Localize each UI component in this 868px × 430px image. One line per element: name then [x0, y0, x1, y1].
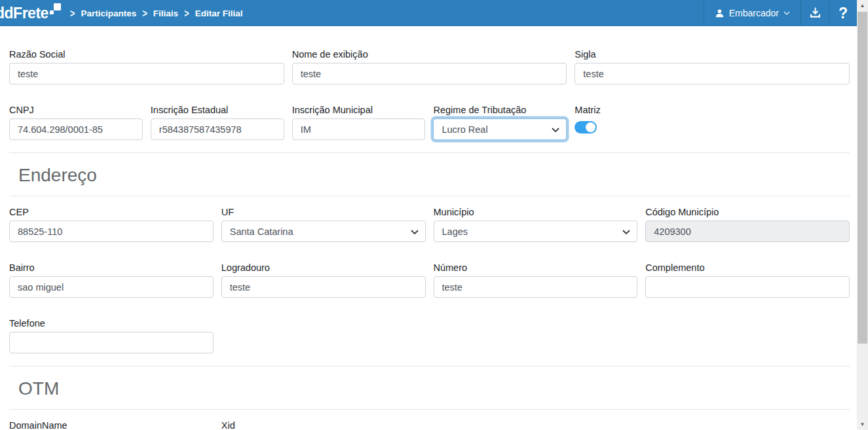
- regime-tributacao-select[interactable]: Lucro Real: [433, 118, 567, 140]
- scrollbar[interactable]: ▲ ▼: [857, 0, 868, 430]
- inscricao-municipal-label: Inscrição Municipal: [292, 103, 426, 116]
- razao-social-input[interactable]: [9, 63, 284, 84]
- bairro-label: Bairro: [9, 261, 214, 274]
- field-cep: CEP: [9, 206, 214, 242]
- matriz-toggle[interactable]: [575, 121, 597, 134]
- cnpj-input[interactable]: [9, 118, 143, 140]
- uf-label: UF: [221, 206, 426, 219]
- logradouro-label: Logradouro: [221, 261, 426, 274]
- domain-name-label: DomainName: [9, 419, 214, 430]
- person-icon: [715, 9, 725, 18]
- scrollbar-thumb[interactable]: [858, 12, 867, 344]
- razao-social-label: Razão Social: [9, 48, 284, 61]
- codigo-municipio-input: [645, 221, 850, 242]
- help-icon: ?: [839, 5, 848, 22]
- field-domain-name: DomainName: [9, 419, 214, 430]
- field-complemento: Complemento: [645, 261, 850, 298]
- field-telefone: Telefone: [9, 317, 214, 353]
- codigo-municipio-label: Código Município: [645, 206, 850, 219]
- endereco-section: CEP UF Santa Catarina: [9, 196, 850, 353]
- field-xid: Xid: [221, 419, 426, 430]
- field-logradouro: Logradouro: [221, 261, 426, 298]
- field-nome-exibicao: Nome de exibição: [292, 48, 567, 84]
- scrollbar-up-arrow[interactable]: ▲: [857, 0, 868, 11]
- cep-label: CEP: [9, 206, 214, 219]
- field-matriz: Matriz: [575, 103, 708, 140]
- section-divider: [9, 152, 850, 153]
- cep-input[interactable]: [9, 221, 214, 242]
- breadcrumb-separator: >: [184, 7, 189, 20]
- user-menu-label: Embarcador: [729, 8, 779, 18]
- download-icon: [808, 7, 822, 20]
- edit-filial-form: Razão Social Nome de exibição Sigla CNPJ: [0, 26, 857, 430]
- breadcrumb-editar-filial[interactable]: Editar Filial: [195, 9, 243, 18]
- uf-select[interactable]: Santa Catarina: [221, 221, 426, 242]
- nome-exibicao-input[interactable]: [292, 63, 567, 84]
- breadcrumb-separator: >: [142, 7, 147, 20]
- endereco-section-title: Endereço: [9, 163, 850, 187]
- app-logo[interactable]: ddFrete: [0, 0, 70, 26]
- breadcrumb-participantes[interactable]: Participantes: [81, 9, 136, 18]
- municipio-label: Município: [434, 206, 638, 219]
- inscricao-estadual-label: Inscrição Estadual: [151, 103, 284, 116]
- field-inscricao-municipal: Inscrição Municipal: [292, 103, 426, 140]
- matriz-label: Matriz: [575, 103, 708, 116]
- logo-squares-icon: [50, 3, 61, 15]
- chevron-down-icon: [783, 11, 790, 15]
- field-cnpj: CNPJ: [9, 103, 143, 140]
- sigla-label: Sigla: [575, 48, 850, 61]
- section-divider: [9, 366, 850, 367]
- field-sigla: Sigla: [575, 48, 850, 84]
- sigla-input[interactable]: [575, 63, 850, 84]
- nome-exibicao-label: Nome de exibição: [292, 48, 567, 61]
- bairro-input[interactable]: [9, 276, 214, 298]
- app-window: ddFrete > Participantes > Filiais > Edit…: [0, 0, 868, 430]
- field-numero: Número: [434, 261, 638, 298]
- scrollbar-down-arrow[interactable]: ▼: [857, 419, 868, 430]
- topbar-actions: Embarcador: [704, 0, 857, 26]
- numero-input[interactable]: [434, 276, 638, 298]
- otm-section: DomainName Xid: [9, 410, 850, 430]
- field-inscricao-estadual: Inscrição Estadual: [151, 103, 284, 140]
- field-municipio: Município Lages: [434, 206, 638, 242]
- field-regime-tributacao: Regime de Tributação Lucro Real: [433, 103, 567, 140]
- field-razao-social: Razão Social: [9, 48, 284, 84]
- municipio-select[interactable]: Lages: [434, 221, 638, 242]
- complemento-input[interactable]: [645, 276, 850, 298]
- help-button[interactable]: ?: [829, 0, 857, 26]
- download-button[interactable]: [801, 0, 829, 26]
- top-navbar: ddFrete > Participantes > Filiais > Edit…: [0, 0, 857, 26]
- field-bairro: Bairro: [9, 261, 214, 298]
- otm-section-title: OTM: [9, 376, 850, 401]
- inscricao-municipal-input[interactable]: [292, 118, 426, 140]
- breadcrumb: > Participantes > Filiais > Editar Filia…: [70, 0, 243, 26]
- telefone-input[interactable]: [9, 332, 214, 353]
- logo-text: ddFrete: [0, 5, 48, 22]
- logradouro-input[interactable]: [221, 276, 426, 298]
- complemento-label: Complemento: [645, 261, 850, 274]
- user-menu-button[interactable]: Embarcador: [704, 0, 801, 26]
- field-uf: UF Santa Catarina: [221, 206, 426, 242]
- inscricao-estadual-input[interactable]: [151, 118, 284, 140]
- numero-label: Número: [434, 261, 638, 274]
- breadcrumb-separator: >: [70, 7, 75, 20]
- cnpj-label: CNPJ: [9, 103, 143, 116]
- xid-label: Xid: [221, 419, 426, 430]
- breadcrumb-filiais[interactable]: Filiais: [153, 9, 178, 18]
- field-codigo-municipio: Código Município: [645, 206, 850, 242]
- main-page: ddFrete > Participantes > Filiais > Edit…: [0, 0, 857, 430]
- regime-tributacao-label: Regime de Tributação: [433, 103, 567, 116]
- telefone-label: Telefone: [9, 317, 214, 330]
